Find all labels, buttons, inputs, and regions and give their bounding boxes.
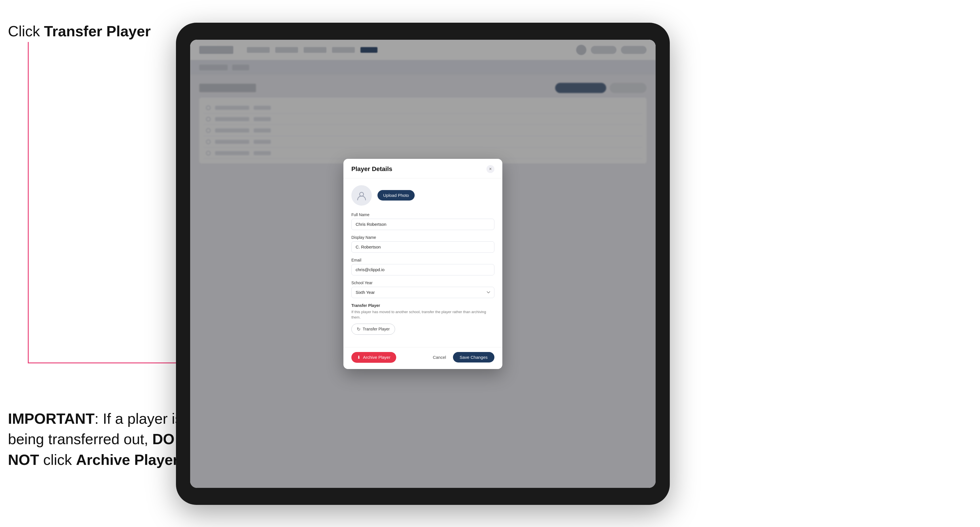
cancel-button[interactable]: Cancel bbox=[431, 352, 449, 362]
save-changes-button[interactable]: Save Changes bbox=[453, 352, 495, 362]
annotation-vertical-line bbox=[28, 42, 29, 362]
avatar-circle bbox=[352, 185, 372, 206]
full-name-input[interactable] bbox=[352, 219, 495, 230]
modal-close-button[interactable]: × bbox=[487, 165, 495, 173]
tablet-screen: Player Details × Upload Photo bbox=[190, 40, 655, 488]
display-name-label: Display Name bbox=[352, 235, 495, 240]
upload-photo-button[interactable]: Upload Photo bbox=[377, 190, 415, 200]
instruction-click-text: Click bbox=[8, 23, 44, 40]
modal-body: Upload Photo Full Name Display Name bbox=[344, 178, 502, 347]
school-year-group: School Year First Year Second Year Third… bbox=[352, 281, 495, 298]
archive-button-label: Archive Player bbox=[363, 355, 391, 360]
archive-player-button[interactable]: ⬇ Archive Player bbox=[352, 352, 396, 363]
archive-bold: Archive Player bbox=[76, 452, 178, 468]
avatar-upload-row: Upload Photo bbox=[352, 185, 495, 206]
tablet-device: Player Details × Upload Photo bbox=[176, 23, 670, 505]
modal-title: Player Details bbox=[352, 165, 392, 173]
display-name-group: Display Name bbox=[352, 235, 495, 253]
important-label: IMPORTANT bbox=[8, 410, 94, 427]
modal-footer: ⬇ Archive Player Cancel Save Changes bbox=[344, 347, 502, 369]
footer-right-actions: Cancel Save Changes bbox=[431, 352, 495, 362]
school-year-select[interactable]: First Year Second Year Third Year Fourth… bbox=[352, 287, 495, 298]
instruction-top: Click Transfer Player bbox=[8, 23, 151, 40]
transfer-player-button[interactable]: ↻ Transfer Player bbox=[352, 324, 395, 335]
display-name-input[interactable] bbox=[352, 241, 495, 253]
transfer-icon: ↻ bbox=[357, 327, 360, 332]
archive-icon: ⬇ bbox=[357, 355, 361, 360]
email-group: Email bbox=[352, 258, 495, 275]
transfer-section-title: Transfer Player bbox=[352, 303, 495, 308]
player-details-modal: Player Details × Upload Photo bbox=[344, 159, 502, 369]
full-name-group: Full Name bbox=[352, 213, 495, 230]
modal-overlay: Player Details × Upload Photo bbox=[190, 40, 655, 488]
instruction-transfer-bold: Transfer Player bbox=[44, 23, 151, 40]
transfer-section-description: If this player has moved to another scho… bbox=[352, 309, 495, 320]
email-label: Email bbox=[352, 258, 495, 262]
do-not-rest: click bbox=[39, 452, 76, 468]
full-name-label: Full Name bbox=[352, 213, 495, 217]
email-input[interactable] bbox=[352, 264, 495, 275]
school-year-label: School Year bbox=[352, 281, 495, 285]
modal-header: Player Details × bbox=[344, 159, 502, 178]
user-icon bbox=[356, 190, 367, 200]
transfer-button-label: Transfer Player bbox=[363, 327, 390, 331]
transfer-player-section: Transfer Player If this player has moved… bbox=[352, 303, 495, 335]
